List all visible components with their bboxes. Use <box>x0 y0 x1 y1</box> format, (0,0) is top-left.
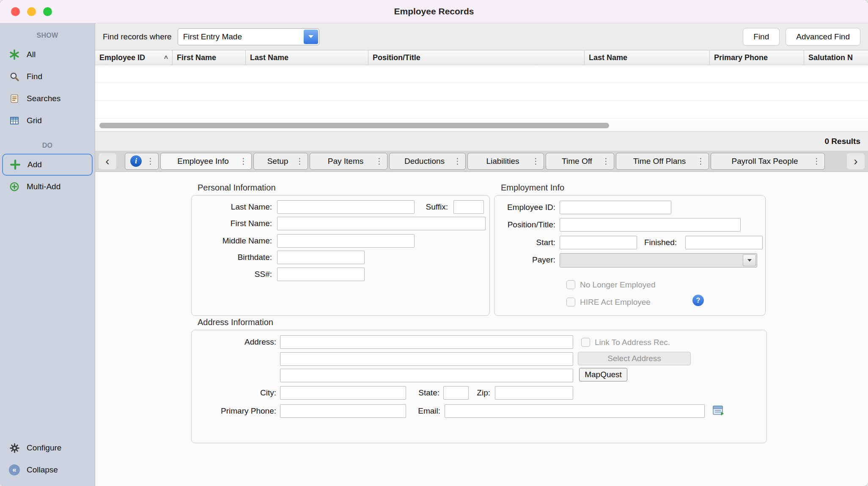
select-address-button[interactable]: Select Address <box>578 352 691 365</box>
state-input[interactable] <box>443 386 469 400</box>
column-header-first-name[interactable]: First Name <box>173 50 246 65</box>
finished-date-input[interactable] <box>685 236 763 249</box>
birthdate-input[interactable] <box>277 251 365 264</box>
column-header-position-title[interactable]: Position/Title <box>368 50 585 65</box>
find-bar: Find records where First Entry Made Find… <box>95 23 868 50</box>
mapquest-button[interactable]: MapQuest <box>579 368 627 381</box>
state-label: State: <box>395 386 439 400</box>
hire-act-employee-checkbox[interactable] <box>566 298 575 307</box>
employment-info-title: Employment Info <box>501 183 564 193</box>
zip-input[interactable] <box>495 386 573 400</box>
results-grid-body[interactable] <box>95 65 868 120</box>
advanced-find-button[interactable]: Advanced Find <box>786 28 860 46</box>
birthdate-label: Birthdate: <box>192 251 272 264</box>
sidebar-item-add[interactable]: Add <box>2 154 93 176</box>
finished-label: Finished: <box>621 236 677 249</box>
tab-pay-items[interactable]: Pay Items ⋮ <box>310 153 387 170</box>
sidebar-item-label: Searches <box>27 94 60 103</box>
middle-name-input[interactable] <box>277 234 415 248</box>
tabs-scroll-left-button[interactable]: ‹ <box>99 153 116 169</box>
combo-arrow-button[interactable] <box>743 254 756 266</box>
tab-deductions[interactable]: Deductions ⋮ <box>389 153 466 170</box>
middle-name-label: Middle Name: <box>192 234 272 248</box>
payer-select[interactable] <box>560 253 757 268</box>
address-label: Address: <box>192 335 276 349</box>
column-header-salutation[interactable]: Salutation N <box>804 50 868 65</box>
tab-time-off[interactable]: Time Off ⋮ <box>546 153 614 170</box>
link-to-address-checkbox[interactable] <box>581 338 590 347</box>
column-header-last-name-2[interactable]: Last Name <box>585 50 710 65</box>
city-input[interactable] <box>280 386 406 400</box>
minimize-window-button[interactable] <box>27 7 36 16</box>
tab-liabilities[interactable]: Liabilities ⋮ <box>467 153 544 170</box>
asterisk-icon <box>8 49 20 61</box>
column-header-primary-phone[interactable]: Primary Phone <box>710 50 804 65</box>
sort-ascending-icon: ^ <box>161 55 168 62</box>
close-window-button[interactable] <box>11 7 20 16</box>
last-name-label: Last Name: <box>192 200 272 214</box>
email-input[interactable] <box>445 404 705 418</box>
titlebar: Employee Records <box>0 0 868 23</box>
address-information-group: Address: Link To Address Rec. Select Add… <box>191 330 767 443</box>
sidebar-item-label: All <box>27 50 36 59</box>
horizontal-scrollbar[interactable] <box>95 120 868 131</box>
address-line1-input[interactable] <box>280 335 573 349</box>
tab-menu-icon[interactable]: ⋮ <box>375 156 383 166</box>
tab-payroll-tax-people[interactable]: Payroll Tax People ⋮ <box>711 153 825 170</box>
tab-menu-icon[interactable]: ⋮ <box>602 156 610 166</box>
sidebar-item-collapse[interactable]: « Collapse <box>0 459 95 481</box>
employment-info-group: Employee ID: Position/Title: Start: Fini… <box>494 195 766 316</box>
position-title-input[interactable] <box>560 218 741 232</box>
find-button[interactable]: Find <box>743 28 780 46</box>
tab-menu-icon[interactable]: ⋮ <box>239 156 247 166</box>
results-bar: 0 Results <box>95 131 868 151</box>
sidebar-show-header: SHOW <box>0 28 95 44</box>
ssn-input[interactable] <box>277 268 365 281</box>
scrollbar-thumb[interactable] <box>99 123 609 128</box>
column-header-employee-id[interactable]: Employee ID ^ <box>95 50 173 65</box>
tabs-scroll-right-button[interactable]: › <box>847 153 865 169</box>
sidebar-item-find[interactable]: Find <box>0 66 95 88</box>
first-name-input[interactable] <box>277 217 486 230</box>
sidebar-item-searches[interactable]: Searches <box>0 88 95 110</box>
tab-menu-icon[interactable]: ⋮ <box>813 156 821 166</box>
find-field-dropdown[interactable]: First Entry Made <box>178 28 319 45</box>
chevron-down-icon <box>747 259 752 262</box>
tab-menu-icon[interactable]: ⋮ <box>532 156 540 166</box>
find-records-where-label: Find records where <box>103 32 172 41</box>
tab-menu-icon[interactable]: ⋮ <box>453 156 461 166</box>
sidebar-do-header: DO <box>0 138 95 154</box>
window-controls <box>11 0 52 23</box>
tab-info[interactable]: i ⋮ <box>125 153 159 170</box>
sidebar-item-all[interactable]: All <box>0 44 95 66</box>
email-icon[interactable] <box>713 405 724 418</box>
primary-phone-input[interactable] <box>280 404 406 418</box>
suffix-input[interactable] <box>453 200 484 214</box>
employee-id-input[interactable] <box>560 201 671 214</box>
sidebar-item-configure[interactable]: Configure <box>0 437 95 459</box>
sidebar-footer: Configure « Collapse <box>0 437 95 486</box>
last-name-input[interactable] <box>277 200 415 214</box>
no-longer-employed-checkbox[interactable] <box>566 280 575 289</box>
column-header-last-name[interactable]: Last Name <box>246 50 368 65</box>
zoom-window-button[interactable] <box>43 7 52 16</box>
dropdown-arrow-button[interactable] <box>304 30 318 44</box>
tab-setup[interactable]: Setup ⋮ <box>253 153 308 170</box>
tab-employee-info[interactable]: Employee Info ⋮ <box>160 153 252 170</box>
address-line2-input[interactable] <box>280 352 573 366</box>
tab-menu-icon[interactable]: ⋮ <box>146 156 154 166</box>
results-count: 0 Results <box>825 137 860 146</box>
primary-phone-label: Primary Phone: <box>192 404 276 418</box>
address-line3-input[interactable] <box>280 369 573 382</box>
tab-menu-icon[interactable]: ⋮ <box>697 156 705 166</box>
tab-menu-icon[interactable]: ⋮ <box>296 156 304 166</box>
help-icon[interactable]: ? <box>692 295 704 306</box>
sidebar-item-grid[interactable]: Grid <box>0 110 95 132</box>
info-icon: i <box>130 155 142 167</box>
position-title-label: Position/Title: <box>494 218 555 232</box>
no-longer-employed-label: No Longer Employed <box>580 280 656 289</box>
find-field-dropdown-value: First Entry Made <box>183 32 242 41</box>
sidebar-item-multi-add[interactable]: Multi-Add <box>0 176 95 198</box>
tab-time-off-plans[interactable]: Time Off Plans ⋮ <box>616 153 709 170</box>
personal-information-title: Personal Information <box>198 183 276 193</box>
